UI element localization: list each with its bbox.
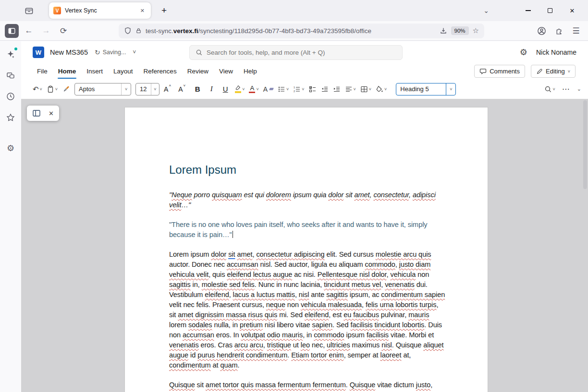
paint-bucket-icon	[376, 85, 383, 93]
vertical-scrollbar[interactable]	[582, 99, 587, 392]
font-color-button[interactable]: A ˅	[249, 85, 258, 94]
app-menu-button[interactable]: ☰	[569, 24, 583, 38]
bookmark-star-icon[interactable]: ☆	[473, 26, 479, 35]
account-button[interactable]	[534, 24, 549, 38]
menu-layout[interactable]: Layout	[109, 64, 137, 78]
menu-references[interactable]: References	[139, 64, 181, 78]
editing-mode-button[interactable]: Editing ˅	[531, 65, 576, 78]
url-bar[interactable]: test-sync.vertex.fi/synctesting/118d295d…	[119, 24, 484, 38]
user-name[interactable]: Nick Noname	[536, 48, 576, 56]
alignment-button[interactable]: ˅	[345, 85, 356, 93]
browser-toolbar: ← → ⟳ test-sync.vertex.fi/synctesting/11…	[0, 21, 588, 41]
pencil-icon	[536, 68, 543, 75]
document-name[interactable]: New MS365	[50, 48, 88, 56]
decrease-indent-button[interactable]	[321, 85, 329, 93]
firefox-view-button[interactable]	[21, 3, 37, 18]
comment-icon	[479, 68, 487, 75]
synced-tabs-button[interactable]	[3, 68, 18, 83]
tab-close-icon[interactable]: ✕	[138, 7, 147, 15]
forward-button[interactable]: →	[39, 24, 53, 38]
lock-icon[interactable]	[135, 27, 142, 34]
list-tabs-chevron-icon[interactable]: ⌄	[483, 7, 489, 14]
grow-font-button[interactable]: A˄	[164, 85, 174, 93]
document-page[interactable]: Lorem Ipsum "Neque porro quisquam est qu…	[124, 107, 488, 392]
font-color-icon: A	[249, 85, 255, 94]
doc-paragraph[interactable]: Quisque sit amet tortor quis massa ferme…	[169, 380, 445, 392]
zoom-level-badge[interactable]: 90%	[451, 26, 469, 35]
maximize-icon	[548, 8, 552, 13]
doc-paragraph[interactable]: "Neque porro quisquam est qui dolorem ip…	[169, 190, 445, 210]
search-input[interactable]	[207, 49, 396, 56]
clear-formatting-button[interactable]: A	[263, 85, 273, 93]
bookmarks-button[interactable]	[3, 110, 18, 125]
menu-insert[interactable]: Insert	[82, 64, 107, 78]
doc-name-chevron-icon[interactable]: ˅	[133, 49, 136, 56]
checklist-button[interactable]	[309, 85, 317, 93]
font-name-select[interactable]: Aptos˅	[74, 83, 131, 95]
settings-gear-icon[interactable]: ⚙	[520, 47, 527, 58]
table-icon	[360, 85, 368, 93]
highlight-color-button[interactable]: ˅	[234, 85, 245, 93]
chevron-down-icon: ˅	[568, 69, 570, 74]
table-button[interactable]: ˅	[360, 85, 371, 93]
paste-button[interactable]: ˅	[47, 85, 58, 93]
checklist-icon	[309, 85, 317, 93]
word-menubar: File Home Insert Layout References Revie…	[21, 63, 588, 79]
browser-window: V Vertex Sync ✕ + ⌄ ✕ ← → ⟳ test-sync.v	[0, 0, 588, 392]
firefox-view-icon	[24, 6, 34, 15]
close-pane-icon[interactable]: ✕	[49, 110, 54, 117]
bold-button[interactable]: B	[193, 85, 202, 93]
tab-vertex-sync[interactable]: V Vertex Sync ✕	[49, 2, 151, 19]
doc-paragraph[interactable]: Lorem ipsum dolor sit amet, consectetur …	[169, 249, 445, 370]
menu-help[interactable]: Help	[239, 64, 261, 78]
menu-home[interactable]: Home	[54, 64, 81, 78]
comments-button[interactable]: Comments	[474, 65, 525, 78]
underline-button[interactable]: U	[220, 85, 230, 93]
shading-button[interactable]: ˅	[376, 85, 387, 93]
increase-indent-button[interactable]	[333, 85, 341, 93]
tracking-shield-icon[interactable]	[124, 27, 132, 35]
italic-button[interactable]: I	[207, 85, 216, 93]
doc-paragraph[interactable]: "There is no one who loves pain itself, …	[169, 220, 445, 240]
find-button[interactable]: ˅	[544, 85, 555, 93]
minimize-icon	[526, 10, 531, 11]
sidebar-toggle-button[interactable]	[5, 24, 19, 38]
document-canvas: ✕ Lorem Ipsum "Neque porro quisquam est …	[21, 99, 588, 392]
new-tab-button[interactable]: +	[158, 3, 171, 18]
menu-view[interactable]: View	[215, 64, 237, 78]
clipboard-icon	[47, 85, 54, 93]
numbering-button[interactable]: 12 ˅	[293, 85, 304, 93]
window-maximize-button[interactable]	[539, 2, 561, 19]
ms-search-box[interactable]	[189, 45, 403, 60]
scrollbar-thumb[interactable]	[583, 100, 587, 189]
font-size-select[interactable]: 12˅	[135, 83, 159, 95]
extensions-button[interactable]	[551, 24, 566, 38]
window-close-button[interactable]: ✕	[561, 2, 583, 19]
pane-toggle-popup: ✕	[27, 106, 59, 121]
doc-body[interactable]: "Neque porro quisquam est qui dolorem ip…	[169, 190, 445, 392]
format-painter-button[interactable]	[62, 85, 70, 93]
save-page-icon[interactable]	[440, 27, 447, 35]
url-text: test-sync.vertex.fi/synctesting/118d295d…	[146, 27, 371, 35]
more-options-button[interactable]: ⋯	[562, 84, 570, 94]
numbered-list-icon: 12	[293, 85, 301, 93]
document-title[interactable]: Lorem Ipsum	[169, 163, 443, 177]
sidebar-settings-button[interactable]: ⚙	[3, 141, 18, 155]
word-app-icon[interactable]: W	[33, 47, 44, 58]
styles-select[interactable]: Heading 5˅	[396, 83, 456, 95]
collapse-ribbon-chevron-icon[interactable]: ⌄	[577, 86, 581, 92]
reload-button[interactable]: ⟳	[56, 24, 71, 38]
ai-chatbot-button[interactable]	[3, 47, 18, 61]
notification-dot	[14, 48, 17, 50]
undo-button[interactable]: ↶˅	[33, 85, 42, 94]
pane-icon[interactable]	[32, 109, 41, 118]
history-button[interactable]	[3, 89, 18, 104]
menu-file[interactable]: File	[33, 64, 52, 78]
bullets-button[interactable]: ˅	[278, 85, 289, 93]
window-minimize-button[interactable]	[517, 2, 539, 19]
save-status[interactable]: ↻ Saving...	[95, 48, 126, 56]
back-button[interactable]: ←	[22, 24, 36, 38]
menu-review[interactable]: Review	[183, 64, 213, 78]
shrink-font-button[interactable]: A˅	[178, 85, 188, 93]
eraser-icon	[269, 88, 274, 90]
